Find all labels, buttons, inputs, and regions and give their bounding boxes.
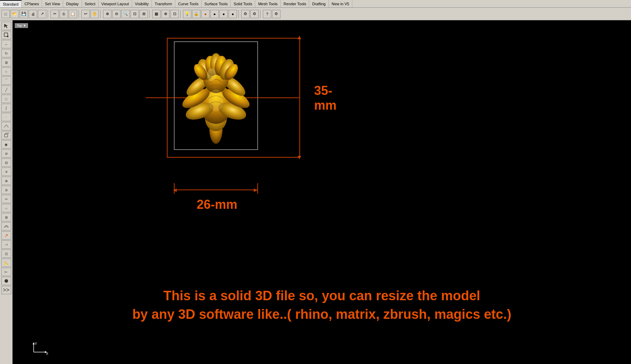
sidebar-arrow-move[interactable]: ↗ [1, 231, 11, 240]
toolbar-panel[interactable]: ⚙ [250, 10, 259, 18]
sidebar-select[interactable] [1, 22, 11, 30]
toolbar-sep-1 [48, 10, 49, 18]
sidebar-fillet[interactable]: ⌓ [1, 204, 11, 212]
bottom-text-line1: This is a solid 3D file so, you can resi… [13, 288, 631, 303]
sidebar-layer[interactable] [1, 222, 11, 231]
toolbar-save[interactable]: 💾 [20, 10, 28, 18]
toolbar-zoom-all[interactable]: ⊞ [140, 10, 148, 18]
menu-tab-cplanes[interactable]: CPlanes [22, 0, 42, 7]
toolbar-sep-2 [79, 10, 80, 18]
arrow-bottom-right [298, 156, 301, 159]
viewport-tab-top[interactable]: Top ▼ [15, 23, 28, 28]
sidebar-line[interactable]: ╱ [1, 85, 11, 94]
sidebar-curve[interactable]: ∫ [1, 104, 11, 112]
toolbar-cut[interactable]: ✂ [50, 10, 59, 18]
toolbar-help[interactable]: ? [263, 10, 271, 18]
sidebar-sphere2[interactable]: ◉ [1, 140, 11, 149]
toolbar-sep-6 [238, 10, 240, 18]
toolbar-sep-5 [180, 10, 182, 18]
sidebar-scale[interactable]: ⊞ [1, 58, 11, 67]
toolbar-zoom-window[interactable]: 🔍 [121, 10, 130, 18]
sidebar-arc[interactable]: ⌒ [1, 76, 11, 85]
toolbar-snap[interactable]: ⊡ [170, 10, 179, 18]
svg-rect-3 [5, 134, 8, 137]
menu-tab-transform[interactable]: Transform [152, 0, 175, 7]
menu-tab-solid-tools[interactable]: Solid Tools [231, 0, 255, 7]
svg-marker-0 [4, 24, 8, 28]
toolbar-render2[interactable]: ● [219, 10, 228, 18]
sidebar-box[interactable] [1, 131, 11, 139]
svg-point-22 [207, 68, 216, 81]
sidebar-rectangle[interactable]: □ [1, 95, 11, 103]
sidebar-rotate[interactable]: ↻ [1, 49, 11, 57]
bbox-top-line [167, 38, 300, 39]
left-sidebar: ↔ ↻ ⊞ ○ ⌒ ╱ □ ∫ · ◉ ⊖ ⊟ ✳ ⊕ ⊘ ✂ ⌓ ⊞ ↗ ⊣ … [0, 20, 13, 364]
toolbar-sphere[interactable]: ● [201, 10, 210, 18]
sidebar-cylinder[interactable]: ⊖ [1, 149, 11, 158]
sidebar-boolean[interactable]: ⊞ [1, 213, 11, 221]
sidebar-split[interactable]: ⊘ [1, 186, 11, 194]
menu-bar: Standard CPlanes Set View Display Select… [0, 0, 631, 8]
toolbar-light[interactable]: 💡 [183, 10, 191, 18]
dim-width-line [177, 190, 257, 190]
toolbar-ortho[interactable]: ⊕ [161, 10, 170, 18]
svg-point-4 [5, 279, 8, 283]
sidebar-explode[interactable]: ✳ [1, 167, 11, 176]
toolbar-pan[interactable]: ✋ [90, 10, 99, 18]
toolbar-copy[interactable]: ⎘ [60, 10, 68, 18]
toolbar-grid[interactable]: ▦ [152, 10, 161, 18]
dim-width-right-arrow [254, 188, 257, 192]
sidebar-align[interactable]: ⊣ [1, 240, 11, 249]
menu-tab-new-in-v5[interactable]: New in V5 [329, 0, 352, 7]
menu-tab-standard[interactable]: Standard [0, 0, 22, 7]
toolbar-settings[interactable]: ⚙ [241, 10, 250, 18]
dim-width-tick-right [257, 183, 258, 194]
bottom-text-area: This is a solid 3D file so, you can resi… [13, 288, 631, 322]
menu-tab-select[interactable]: Select [82, 0, 99, 7]
sidebar-join[interactable]: ⊕ [1, 177, 11, 185]
toolbar-sep-3 [100, 10, 102, 18]
sidebar-snap2[interactable]: ⊡ [1, 249, 11, 258]
sidebar-dim[interactable]: ⊢ [1, 268, 11, 276]
sidebar-expand[interactable]: >> [1, 286, 11, 294]
model-3d-representation [175, 43, 257, 150]
toolbar-zoom-out[interactable]: ⊖ [112, 10, 121, 18]
menu-tab-visibility[interactable]: Visibility [132, 0, 152, 7]
sidebar-circle[interactable]: ○ [1, 67, 11, 76]
toolbar-paste[interactable]: 📋 [69, 10, 77, 18]
sidebar-point[interactable]: · [1, 113, 11, 121]
toolbar-zoom-in[interactable]: ⊕ [103, 10, 111, 18]
viewport-tab-label: Top [17, 24, 22, 27]
model-area: 35-mm 26-mm [146, 38, 349, 213]
sidebar-trim[interactable]: ✂ [1, 195, 11, 203]
toolbar-zoom-extents[interactable]: ⊡ [130, 10, 139, 18]
menu-tab-viewport-layout[interactable]: Viewport Layout [99, 0, 132, 7]
sidebar-measure[interactable]: 📐 [1, 259, 11, 267]
menu-tab-render-tools[interactable]: Render Tools [281, 0, 310, 7]
main-viewport: 35-mm 26-mm [13, 20, 631, 364]
toolbar-render3[interactable]: ● [229, 10, 237, 18]
menu-tab-display[interactable]: Display [63, 0, 82, 7]
sidebar-surface[interactable] [1, 122, 11, 130]
sidebar-transform[interactable]: ↔ [1, 40, 11, 48]
toolbar-lock[interactable]: 🔒 [192, 10, 201, 18]
menu-tab-mesh-tools[interactable]: Mesh Tools [255, 0, 280, 7]
menu-tab-drafting[interactable]: Drafting [309, 0, 329, 7]
toolbar-render1[interactable]: ● [210, 10, 219, 18]
coord-indicator: Y X [30, 342, 51, 357]
toolbar-export[interactable]: ↗ [38, 10, 46, 18]
sidebar-select-window[interactable] [1, 31, 11, 39]
toolbar: □ 📂 💾 🖨 ↗ ✂ ⎘ 📋 ↩ ✋ ⊕ ⊖ 🔍 ⊡ ⊞ ▦ ⊕ ⊡ 💡 🔒 … [0, 8, 631, 20]
menu-tab-curve-tools[interactable]: Curve Tools [175, 0, 202, 7]
toolbar-new[interactable]: □ [1, 10, 10, 18]
dimension-height-label: 35-mm [314, 83, 349, 113]
sidebar-render-btn[interactable] [1, 277, 11, 285]
toolbar-open[interactable]: 📂 [11, 10, 19, 18]
sidebar-mesh[interactable]: ⊟ [1, 158, 11, 167]
toolbar-undo[interactable]: ↩ [81, 10, 90, 18]
svg-marker-2 [7, 36, 8, 37]
menu-tab-surface-tools[interactable]: Surface Tools [202, 0, 231, 7]
toolbar-extra[interactable]: ⚙ [272, 10, 280, 18]
toolbar-print[interactable]: 🖨 [29, 10, 37, 18]
menu-tab-setview[interactable]: Set View [42, 0, 63, 7]
